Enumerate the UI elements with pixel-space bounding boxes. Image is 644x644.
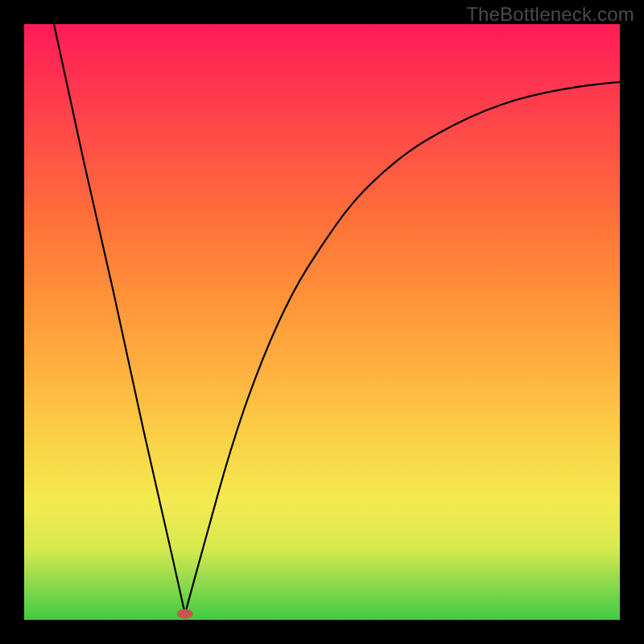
- plot-area: [24, 24, 620, 620]
- bottleneck-curve: [24, 24, 620, 620]
- curve-left-branch: [54, 24, 185, 614]
- curve-right-branch: [185, 82, 620, 614]
- chart-frame: TheBottleneck.com: [0, 0, 644, 644]
- watermark-text: TheBottleneck.com: [466, 3, 634, 26]
- optimum-marker: [177, 609, 193, 619]
